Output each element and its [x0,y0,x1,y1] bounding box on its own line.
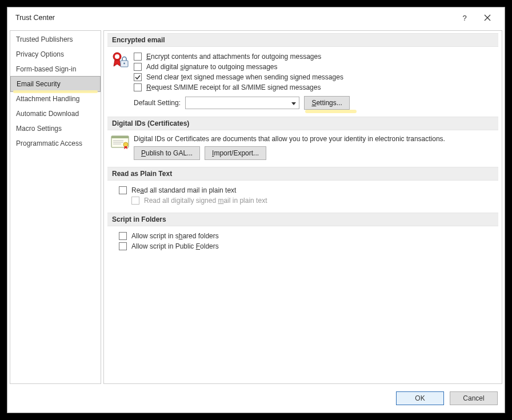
sidebar-item-label: Programmatic Access [16,139,82,147]
section-header-plain-text: Read as Plain Text [107,167,498,181]
checkbox-read-signed-plain: Read all digitally signed mail in plain … [131,195,493,206]
help-icon[interactable]: ? [453,10,476,26]
publish-to-gal-button[interactable]: Publish to GAL... [134,146,200,160]
sidebar-item-label: Email Security [17,80,61,88]
checkbox-icon [134,73,142,81]
button-label: Publish to GAL... [141,149,193,157]
checkbox-icon [131,197,139,205]
sidebar: Trusted Publishers Privacy Options Form-… [10,30,101,384]
sidebar-item-automatic-download[interactable]: Automatic Download [10,106,101,121]
chevron-down-icon [291,99,296,107]
sidebar-item-email-security[interactable]: Email Security [10,76,101,92]
svg-point-5 [123,63,125,65]
svg-point-12 [123,142,128,147]
sidebar-item-label: Attachment Handling [16,95,79,103]
window-title: Trust Center [13,14,453,22]
body-area: Trusted Publishers Privacy Options Form-… [7,28,505,384]
footer: OK Cancel [7,384,505,413]
digital-ids-buttons: Publish to GAL... Import/Export... [134,146,493,160]
section-body-encrypted: Encrypt contents and attachments for out… [107,51,498,115]
default-setting-row: Default Setting: Settings... [134,96,493,110]
checkbox-script-public[interactable]: Allow script in Public Folders [119,241,493,251]
sidebar-item-trusted-publishers[interactable]: Trusted Publishers [10,32,101,47]
svg-marker-6 [291,102,296,105]
checkbox-icon [119,242,127,250]
button-label: Settings... [311,99,342,107]
svg-rect-8 [111,136,129,138]
ribbon-lock-icon [111,51,129,70]
titlebar: Trust Center ? [7,7,505,28]
sidebar-item-label: Macro Settings [16,125,62,133]
button-label: Cancel [463,394,484,402]
button-label: Import/Export... [212,149,259,157]
digital-ids-description: Digital IDs or Certificates are document… [134,135,493,143]
sidebar-item-label: Form-based Sign-in [16,65,76,73]
checkbox-icon [119,186,127,194]
main-pane: Encrypted email Encrypt contents and att… [103,30,502,384]
trust-center-window: Trust Center ? Trusted Publishers Privac… [7,7,505,413]
sidebar-item-attachment-handling[interactable]: Attachment Handling [10,91,101,106]
checkbox-label: Request S/MIME receipt for all S/MIME si… [146,83,321,91]
checkbox-label: Add digital signature to outgoing messag… [146,63,277,71]
checkbox-label: Encrypt contents and attachments for out… [146,53,321,61]
checkbox-clear-text[interactable]: Send clear text signed message when send… [134,72,493,82]
button-label: OK [415,394,425,402]
section-body-plain-text: Read all standard mail in plain text Rea… [107,185,498,211]
checkbox-digital-signature[interactable]: Add digital signature to outgoing messag… [134,62,493,72]
checkbox-label: Send clear text signed message when send… [146,73,343,81]
ok-button[interactable]: OK [396,391,444,405]
checkbox-icon [119,232,127,240]
sidebar-item-label: Privacy Options [16,50,64,58]
import-export-button[interactable]: Import/Export... [205,146,266,160]
default-setting-dropdown[interactable] [185,97,299,109]
checkbox-encrypt-contents[interactable]: Encrypt contents and attachments for out… [134,51,493,62]
checkbox-icon [134,83,142,91]
checkbox-icon [134,63,142,71]
sidebar-item-programmatic-access[interactable]: Programmatic Access [10,136,101,151]
checkbox-icon [134,53,142,61]
checkbox-smime-receipt[interactable]: Request S/MIME receipt for all S/MIME si… [134,82,493,93]
sidebar-item-label: Trusted Publishers [16,35,73,43]
section-header-digital-ids: Digital IDs (Certificates) [107,117,498,130]
default-setting-label: Default Setting: [134,99,181,107]
section-header-script-folders: Script in Folders [107,213,498,226]
close-icon[interactable] [476,10,499,26]
sidebar-item-form-based-sign-in[interactable]: Form-based Sign-in [10,62,101,77]
checkbox-label: Allow script in Public Folders [131,242,219,250]
checkbox-label: Read all standard mail in plain text [131,186,236,194]
section-header-encrypted: Encrypted email [107,33,498,47]
settings-button[interactable]: Settings... [304,96,350,110]
section-body-script-folders: Allow script in shared folders Allow scr… [107,231,498,257]
checkbox-script-shared[interactable]: Allow script in shared folders [119,231,493,241]
highlight-marker [305,110,357,113]
sidebar-item-privacy-options[interactable]: Privacy Options [10,47,101,62]
checkbox-label: Read all digitally signed mail in plain … [144,197,267,205]
sidebar-item-macro-settings[interactable]: Macro Settings [10,121,101,136]
certificate-icon [111,135,129,150]
svg-point-3 [115,54,119,59]
checkbox-label: Allow script in shared folders [131,232,219,240]
sidebar-item-label: Automatic Download [16,110,79,118]
section-body-digital-ids: Digital IDs or Certificates are document… [107,135,498,166]
checkbox-read-standard-plain[interactable]: Read all standard mail in plain text [119,185,493,195]
cancel-button[interactable]: Cancel [450,391,498,405]
